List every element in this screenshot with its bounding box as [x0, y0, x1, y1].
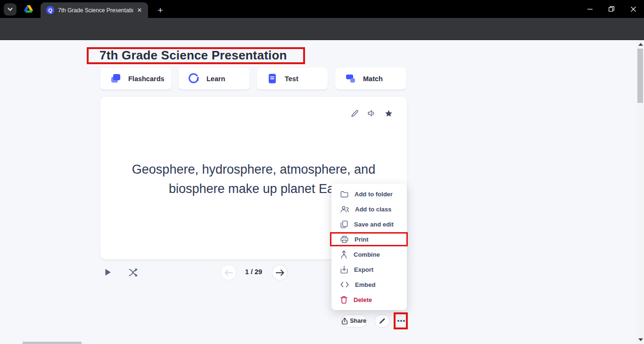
menu-item-save-and-edit[interactable]: Save and edit: [331, 217, 407, 232]
mode-flashcards-button[interactable]: Flashcards: [100, 67, 171, 90]
menu-item-label: Delete: [354, 296, 372, 303]
chevron-down-icon: [8, 8, 13, 11]
menu-item-embed[interactable]: Embed: [331, 277, 407, 292]
audio-button[interactable]: [366, 108, 377, 118]
browser-tab[interactable]: Q 7th Grade Science Presentation ✕: [41, 2, 148, 18]
browser-titlebar: Q 7th Grade Science Presentation ✕ +: [0, 0, 644, 18]
menu-item-delete[interactable]: Delete: [331, 292, 407, 307]
mode-label: Test: [285, 75, 298, 83]
arrow-left-icon: [224, 269, 233, 276]
restore-button[interactable]: [601, 0, 622, 18]
combine-icon: [340, 251, 347, 259]
menu-item-label: Add to class: [355, 206, 391, 213]
new-tab-button[interactable]: +: [155, 5, 166, 16]
play-icon: [105, 268, 111, 276]
mode-test-button[interactable]: Test: [257, 67, 328, 90]
dot: [397, 320, 399, 322]
mode-label: Flashcards: [128, 75, 165, 83]
mode-match-button[interactable]: Match: [335, 67, 406, 90]
menu-item-combine[interactable]: Combine: [331, 247, 407, 262]
menu-item-label: Save and edit: [354, 221, 394, 228]
play-button[interactable]: [103, 267, 113, 277]
pencil-icon: [379, 318, 386, 325]
folder-icon: [340, 191, 348, 198]
mode-learn-button[interactable]: Learn: [179, 67, 249, 90]
pencil-icon: [351, 109, 359, 117]
speaker-icon: [367, 109, 376, 117]
add-class-people-icon: [340, 206, 349, 213]
share-label: Share: [350, 318, 366, 324]
previous-card-button[interactable]: [220, 264, 237, 281]
more-options-menu: Add to folder Add to class Save and edit…: [331, 184, 407, 310]
menu-item-label: Add to folder: [355, 191, 393, 198]
tab-search-button[interactable]: [4, 3, 17, 16]
share-button[interactable]: Share: [341, 314, 367, 327]
screen: Q 7th Grade Science Presentation ✕ +: [0, 0, 644, 344]
mode-label: Match: [363, 75, 383, 83]
scroll-down-arrow[interactable]: [638, 338, 643, 341]
card-counter: 1 / 29: [240, 268, 267, 276]
close-icon: [631, 7, 636, 12]
scrollbar-thumb[interactable]: [637, 49, 643, 103]
restore-icon: [609, 6, 614, 12]
mode-label: Learn: [206, 75, 225, 83]
minimize-icon: [587, 7, 593, 12]
window-controls: [579, 0, 644, 18]
horizontal-scrollbar-thumb[interactable]: [23, 342, 82, 344]
shuffle-button[interactable]: [128, 267, 138, 277]
shuffle-icon: [129, 268, 138, 277]
menu-item-label: Embed: [355, 281, 375, 288]
printer-icon: [340, 235, 348, 243]
menu-item-label: Export: [354, 266, 373, 273]
tab-close-icon[interactable]: ✕: [135, 6, 144, 15]
star-button[interactable]: [383, 108, 394, 118]
scroll-up-arrow[interactable]: [638, 43, 643, 46]
edit-set-button[interactable]: [374, 314, 390, 327]
menu-item-print[interactable]: Print: [331, 232, 407, 247]
copy-icon: [340, 220, 348, 228]
match-icon: [345, 73, 356, 84]
browser-toolbar: quizlet.com/923435932/7th-grade-science-…: [0, 18, 644, 40]
minimize-button[interactable]: [579, 0, 601, 18]
share-icon: [342, 318, 347, 325]
menu-item-export[interactable]: Export: [331, 262, 407, 277]
flashcards-icon: [110, 73, 122, 84]
google-drive-icon: [24, 5, 33, 15]
export-icon: [340, 266, 348, 274]
menu-item-add-to-class[interactable]: Add to class: [331, 201, 407, 217]
vertical-scrollbar[interactable]: [636, 40, 644, 344]
dot: [403, 320, 405, 322]
star-icon: [385, 109, 393, 117]
menu-item-add-to-folder[interactable]: Add to folder: [331, 186, 407, 201]
learn-icon: [188, 73, 200, 84]
menu-item-label: Print: [355, 236, 369, 243]
next-card-button[interactable]: [272, 264, 288, 281]
arrow-right-icon: [275, 269, 285, 276]
set-title: 7th Grade Science Presentation: [99, 48, 287, 63]
tab-title: 7th Grade Science Presentation: [58, 7, 133, 14]
dot: [400, 320, 402, 322]
test-icon: [266, 73, 278, 84]
menu-item-label: Combine: [354, 251, 380, 258]
quizlet-favicon-icon: Q: [46, 6, 54, 14]
more-options-button[interactable]: [396, 315, 406, 327]
edit-card-button[interactable]: [349, 108, 360, 118]
card-text-line1: Geosphere, hydrosphere, atmosphere, and: [100, 160, 407, 179]
embed-code-icon: [340, 281, 349, 288]
card-tools: [349, 108, 394, 118]
close-window-button[interactable]: [622, 0, 644, 18]
trash-icon: [340, 296, 347, 304]
